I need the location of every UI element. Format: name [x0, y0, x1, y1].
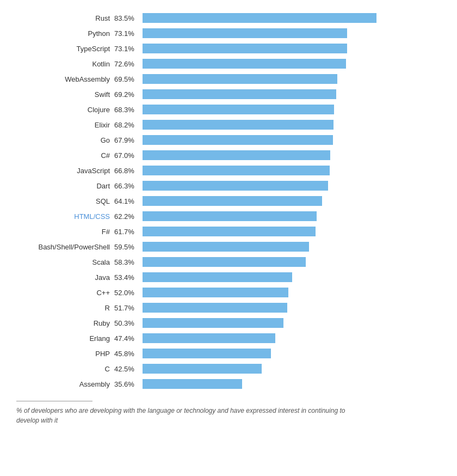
bar-track — [143, 318, 441, 328]
bar-label: HTML/CSS — [16, 212, 114, 221]
bar-label: Scala — [16, 258, 114, 266]
bar-pct: 35.6% — [114, 380, 143, 388]
bar-row: Scala58.3% — [16, 255, 441, 269]
bar-track — [143, 74, 441, 84]
bar-row: HTML/CSS62.2% — [16, 209, 441, 223]
bar-label: JavaScript — [16, 167, 114, 175]
bar-track — [143, 135, 441, 145]
bar-fill — [143, 13, 376, 23]
bar-fill — [143, 181, 328, 191]
bar-pct: 83.5% — [114, 14, 143, 22]
bar-label: Clojure — [16, 106, 114, 114]
bar-row: JavaScript66.8% — [16, 163, 441, 178]
bar-row: C#67.0% — [16, 148, 441, 162]
bar-track — [143, 196, 441, 206]
bar-label: Dart — [16, 182, 114, 190]
bar-row: C++52.0% — [16, 285, 441, 300]
bar-pct: 66.8% — [114, 167, 143, 175]
bar-track — [143, 28, 441, 38]
bar-pct: 73.1% — [114, 29, 143, 38]
bar-row: Go67.9% — [16, 133, 441, 147]
bar-pct: 53.4% — [114, 273, 143, 282]
bar-fill — [143, 288, 288, 297]
bar-fill — [143, 227, 316, 236]
bar-track — [143, 211, 441, 221]
bar-pct: 47.4% — [114, 334, 143, 343]
bar-chart: Rust83.5%Python73.1%TypeScript73.1%Kotli… — [16, 11, 441, 425]
bar-track — [143, 150, 441, 160]
bar-label: Elixir — [16, 121, 114, 129]
bar-fill — [143, 59, 346, 69]
bar-pct: 67.0% — [114, 151, 143, 160]
bar-row: Assembly35.6% — [16, 377, 441, 391]
bar-fill — [143, 349, 271, 358]
bar-label: Java — [16, 273, 114, 282]
bar-fill — [143, 379, 242, 389]
bar-row: Rust83.5% — [16, 11, 441, 25]
bar-fill — [143, 74, 337, 84]
bar-pct: 67.9% — [114, 136, 143, 144]
bar-label: Ruby — [16, 319, 114, 327]
bar-row: PHP45.8% — [16, 346, 441, 361]
bar-row: Dart66.3% — [16, 179, 441, 193]
bar-pct: 68.3% — [114, 106, 143, 114]
bar-label: Python — [16, 29, 114, 38]
bar-label: Erlang — [16, 334, 114, 343]
bar-label: R — [16, 304, 114, 312]
bar-track — [143, 181, 441, 191]
bar-fill — [143, 318, 283, 328]
bar-track — [143, 379, 441, 389]
bar-label: Bash/Shell/PowerShell — [16, 243, 114, 251]
bar-track — [143, 242, 441, 252]
bar-label: F# — [16, 228, 114, 236]
bar-fill — [143, 196, 322, 206]
bar-track — [143, 333, 441, 343]
bar-row: WebAssembly69.5% — [16, 72, 441, 86]
bar-pct: 51.7% — [114, 304, 143, 312]
bar-pct: 68.2% — [114, 121, 143, 129]
bar-fill — [143, 28, 347, 38]
bar-track — [143, 59, 441, 69]
bar-label: Go — [16, 136, 114, 144]
bar-fill — [143, 211, 317, 221]
bar-track — [143, 105, 441, 114]
footnote-text: % of developers who are developing with … — [16, 406, 354, 425]
bar-fill — [143, 44, 347, 53]
bar-fill — [143, 272, 292, 282]
bar-label: C++ — [16, 289, 114, 297]
bar-track — [143, 13, 441, 23]
bar-track — [143, 349, 441, 358]
bar-row: C42.5% — [16, 362, 441, 376]
bar-pct: 66.3% — [114, 182, 143, 190]
bar-label: Swift — [16, 90, 114, 99]
bar-fill — [143, 105, 334, 114]
bar-pct: 58.3% — [114, 258, 143, 266]
bar-track — [143, 44, 441, 53]
bar-fill — [143, 242, 309, 252]
bar-row: Elixir68.2% — [16, 118, 441, 132]
bar-fill — [143, 120, 334, 130]
bar-pct: 62.2% — [114, 212, 143, 221]
bar-track — [143, 257, 441, 267]
bar-label: PHP — [16, 350, 114, 358]
bar-track — [143, 166, 441, 175]
bar-label: WebAssembly — [16, 75, 114, 83]
bar-row: TypeScript73.1% — [16, 41, 441, 56]
bar-track — [143, 120, 441, 130]
bar-row: Bash/Shell/PowerShell59.5% — [16, 240, 441, 254]
bar-row: F#61.7% — [16, 224, 441, 239]
bar-row: Java53.4% — [16, 270, 441, 284]
bar-track — [143, 303, 441, 313]
bar-pct: 73.1% — [114, 45, 143, 53]
bar-pct: 52.0% — [114, 289, 143, 297]
bar-track — [143, 288, 441, 297]
bar-pct: 64.1% — [114, 197, 143, 205]
bar-row: Ruby50.3% — [16, 316, 441, 330]
bar-fill — [143, 364, 262, 374]
bar-pct: 69.2% — [114, 90, 143, 99]
bar-track — [143, 89, 441, 99]
bar-fill — [143, 333, 275, 343]
bar-row: Python73.1% — [16, 26, 441, 40]
bar-row: Kotlin72.6% — [16, 57, 441, 71]
bar-pct: 69.5% — [114, 75, 143, 83]
